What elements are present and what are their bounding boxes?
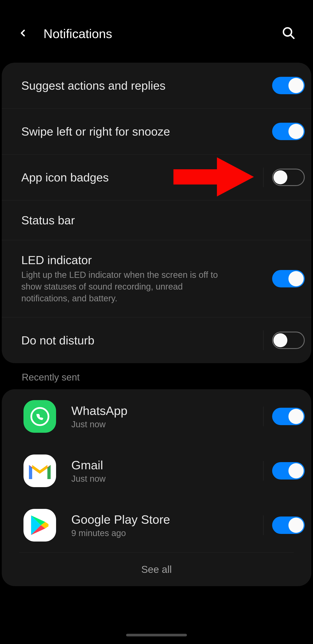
row-title: Status bar [21, 214, 305, 227]
toggle-knob [289, 409, 304, 424]
toggle[interactable] [272, 77, 305, 94]
settings-row[interactable]: Status bar [2, 200, 311, 240]
toggle-wrap [263, 168, 305, 187]
row-title: Swipe left or right for snooze [21, 125, 264, 138]
toggle[interactable] [272, 332, 305, 349]
app-time: Just now [71, 420, 248, 429]
toggle-wrap [264, 76, 305, 95]
row-subtitle: Light up the LED indicator when the scre… [21, 269, 221, 304]
app-time: Just now [71, 474, 248, 484]
gmail-icon [23, 454, 56, 487]
app-name: Gmail [71, 458, 248, 472]
app-row[interactable]: GmailJust now [2, 444, 311, 498]
see-all-label: See all [19, 564, 294, 575]
apps-card: WhatsAppJust nowGmailJust nowGoogle Play… [2, 389, 311, 586]
app-name: Google Play Store [71, 512, 248, 526]
toggle[interactable] [272, 123, 305, 140]
toggle-wrap [264, 269, 305, 288]
toggle-knob [274, 333, 287, 347]
app-row[interactable]: WhatsAppJust now [2, 389, 311, 444]
toggle[interactable] [272, 516, 305, 534]
row-content: Do not disturb [21, 334, 263, 347]
app-time: 9 minutes ago [71, 528, 248, 538]
play-icon [23, 509, 56, 542]
settings-row[interactable]: Do not disturb [2, 318, 311, 363]
row-title: LED indicator [21, 253, 264, 267]
row-content: LED indicatorLight up the LED indicator … [21, 253, 264, 304]
toggle-knob [289, 518, 304, 533]
header-left: Notifications [17, 26, 112, 41]
nav-bar-handle[interactable] [126, 634, 187, 636]
app-name: WhatsApp [71, 404, 248, 418]
row-content: Suggest actions and replies [21, 79, 264, 92]
recently-sent-label: Recently sent [0, 363, 313, 389]
toggle[interactable] [272, 408, 305, 425]
settings-row[interactable]: App icon badges [2, 154, 311, 200]
see-all-row[interactable]: See all [19, 552, 294, 586]
settings-row[interactable]: Swipe left or right for snooze [2, 108, 311, 154]
toggle[interactable] [272, 462, 305, 480]
settings-row[interactable]: Suggest actions and replies [2, 63, 311, 108]
toggle-wrap [263, 407, 305, 426]
row-title: App icon badges [21, 170, 263, 184]
row-title: Do not disturb [21, 334, 263, 347]
toggle[interactable] [272, 270, 305, 288]
toggle-knob [289, 124, 304, 139]
toggle-wrap [263, 516, 305, 535]
toggle-wrap [263, 330, 305, 350]
row-content: Swipe left or right for snooze [21, 125, 264, 138]
app-info: Google Play Store9 minutes ago [71, 512, 248, 538]
row-title: Suggest actions and replies [21, 79, 264, 92]
toggle-wrap [263, 461, 305, 480]
toggle-knob [289, 78, 304, 93]
settings-row[interactable]: LED indicatorLight up the LED indicator … [2, 240, 311, 318]
app-info: GmailJust now [71, 458, 248, 484]
settings-card: Suggest actions and repliesSwipe left or… [2, 63, 311, 363]
app-row[interactable]: Google Play Store9 minutes ago [2, 498, 311, 552]
toggle-knob [289, 271, 304, 286]
header: Notifications [0, 0, 313, 63]
search-icon[interactable] [282, 26, 296, 41]
app-info: WhatsAppJust now [71, 404, 248, 429]
back-icon[interactable] [17, 28, 28, 40]
toggle-wrap [264, 122, 305, 141]
whatsapp-icon [23, 400, 56, 433]
svg-line-1 [291, 35, 294, 38]
toggle-knob [289, 463, 304, 478]
page-title: Notifications [43, 26, 112, 41]
toggle[interactable] [272, 168, 305, 186]
svg-point-3 [31, 408, 48, 425]
toggle-knob [274, 170, 287, 184]
row-content: App icon badges [21, 170, 263, 184]
row-content: Status bar [21, 214, 305, 227]
